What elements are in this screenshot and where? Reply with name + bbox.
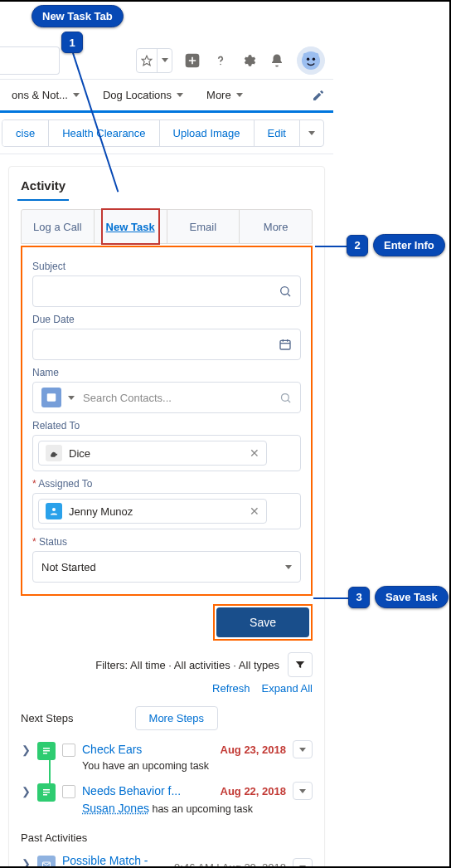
action-cise[interactable]: cise <box>2 120 49 146</box>
tab-email[interactable]: Email <box>167 210 240 243</box>
subject-label: Subject <box>32 261 301 272</box>
task-link[interactable]: Needs Behavior f... <box>82 784 181 797</box>
star-icon <box>137 49 157 72</box>
svg-point-9 <box>281 287 289 295</box>
task-checkbox[interactable] <box>62 785 75 798</box>
task-checkbox[interactable] <box>62 744 75 757</box>
task-date: Aug 22, 2018 <box>221 785 287 797</box>
svg-rect-22 <box>43 789 50 791</box>
callout-2-number: 2 <box>347 235 368 256</box>
name-placeholder: Search Contacts... <box>83 392 172 404</box>
task-subtitle: Susan Jones has an upcoming task <box>82 802 313 815</box>
name-label: Name <box>32 367 301 378</box>
callout-1-label: New Task Tab <box>32 5 124 27</box>
object-nav: ons & Not... Dog Locations More <box>0 80 333 113</box>
nav-item-more-label: More <box>206 89 231 101</box>
tab-log-call[interactable]: Log a Call <box>22 210 95 243</box>
task-subtitle: You have an upcoming task <box>82 760 313 772</box>
assigned-to-value: Jenny Munoz <box>69 505 133 518</box>
assigned-to-label: Assigned To <box>32 478 301 490</box>
task-owner-link[interactable]: Susan Jones <box>82 802 149 815</box>
email-icon <box>37 856 56 868</box>
clear-icon[interactable]: ✕ <box>250 505 259 518</box>
global-header <box>0 41 333 80</box>
chevron-down-icon <box>299 748 306 752</box>
task-subtitle-rest: has an upcoming task <box>149 803 253 815</box>
svg-point-8 <box>314 52 318 56</box>
nav-item-more[interactable]: More <box>195 79 255 112</box>
assigned-to-input[interactable]: Jenny Munoz ✕ <box>32 493 301 529</box>
action-upload-image[interactable]: Upload Image <box>160 120 255 146</box>
favorites-button[interactable] <box>136 48 172 73</box>
tab-new-task[interactable]: New Task <box>95 210 167 243</box>
svg-line-17 <box>288 400 290 402</box>
svg-rect-20 <box>43 750 50 752</box>
task-icon <box>37 783 56 802</box>
callout-3-number: 3 <box>348 587 370 608</box>
activity-link[interactable]: Possible Match - Pl... <box>62 854 166 868</box>
help-icon[interactable] <box>212 52 229 69</box>
expand-chevron-icon[interactable]: ❯ <box>21 744 31 756</box>
card-title[interactable]: Activity <box>17 172 69 201</box>
nav-item-1[interactable]: ons & Not... <box>0 79 91 112</box>
related-to-entity[interactable]: Dice ✕ <box>38 441 267 466</box>
plus-icon[interactable] <box>184 52 201 69</box>
related-to-input[interactable]: Dice ✕ <box>32 435 301 471</box>
chevron-down-icon <box>285 565 292 569</box>
nav-item-2[interactable]: Dog Locations <box>91 79 195 112</box>
chevron-down-icon <box>299 866 306 869</box>
new-task-form: Subject Due Date Name <box>21 246 313 596</box>
timeline-item: ❯ Possible Match - Pl... 9:46 AM | Aug 2… <box>21 849 313 868</box>
svg-rect-11 <box>280 340 290 349</box>
user-icon <box>46 503 62 519</box>
activity-card: Activity Log a Call New Task Email More … <box>8 166 325 868</box>
search-icon <box>279 285 292 298</box>
record-action-bar: cise Health Clearance Upload Image Edit <box>0 113 333 154</box>
svg-point-2 <box>220 63 221 65</box>
save-highlight: Save <box>213 604 313 641</box>
contact-icon <box>41 388 61 407</box>
search-icon <box>279 392 292 404</box>
svg-point-16 <box>282 393 289 401</box>
more-steps-button[interactable]: More Steps <box>135 706 218 730</box>
svg-point-18 <box>52 508 56 511</box>
task-menu-button[interactable] <box>293 740 313 758</box>
subject-input[interactable] <box>32 276 301 307</box>
expand-chevron-icon[interactable]: ❯ <box>21 785 31 797</box>
svg-line-10 <box>288 294 290 296</box>
bell-icon[interactable] <box>269 52 285 69</box>
expand-all-link[interactable]: Expand All <box>262 682 313 695</box>
action-more-button[interactable] <box>300 120 323 146</box>
action-edit[interactable]: Edit <box>255 120 300 146</box>
global-search-stub[interactable] <box>0 46 60 75</box>
due-date-label: Due Date <box>32 314 301 325</box>
svg-rect-23 <box>43 792 50 793</box>
save-button[interactable]: Save <box>216 607 309 637</box>
chevron-down-icon <box>73 93 80 97</box>
callout-1-number: 1 <box>61 32 83 53</box>
chevron-down-icon[interactable] <box>68 396 75 400</box>
tab-new-task-label: New Task <box>106 221 155 233</box>
action-health-clearance[interactable]: Health Clearance <box>49 120 159 146</box>
task-link[interactable]: Check Ears <box>82 743 142 756</box>
refresh-link[interactable]: Refresh <box>212 682 250 695</box>
status-value: Not Started <box>41 561 96 573</box>
nav-item-1-label: ons & Not... <box>12 89 68 101</box>
expand-chevron-icon[interactable]: ❯ <box>21 857 31 868</box>
settings-gear-icon[interactable] <box>240 52 257 69</box>
filter-button[interactable] <box>288 652 313 677</box>
svg-point-6 <box>313 57 315 60</box>
pencil-icon[interactable] <box>312 89 325 102</box>
timeline-item: ❯ Check Ears Aug 23, 2018 <box>21 735 313 777</box>
activity-menu-button[interactable] <box>293 858 313 868</box>
assigned-to-entity[interactable]: Jenny Munoz ✕ <box>38 499 267 524</box>
task-menu-button[interactable] <box>293 782 313 800</box>
due-date-input[interactable] <box>32 329 301 360</box>
tab-more[interactable]: More <box>240 210 312 243</box>
chevron-down-icon <box>177 93 183 97</box>
name-input[interactable]: Search Contacts... <box>32 382 301 413</box>
status-select[interactable]: Not Started <box>32 551 301 583</box>
svg-rect-15 <box>47 393 56 401</box>
user-avatar[interactable] <box>297 46 325 75</box>
clear-icon[interactable]: ✕ <box>250 446 259 460</box>
